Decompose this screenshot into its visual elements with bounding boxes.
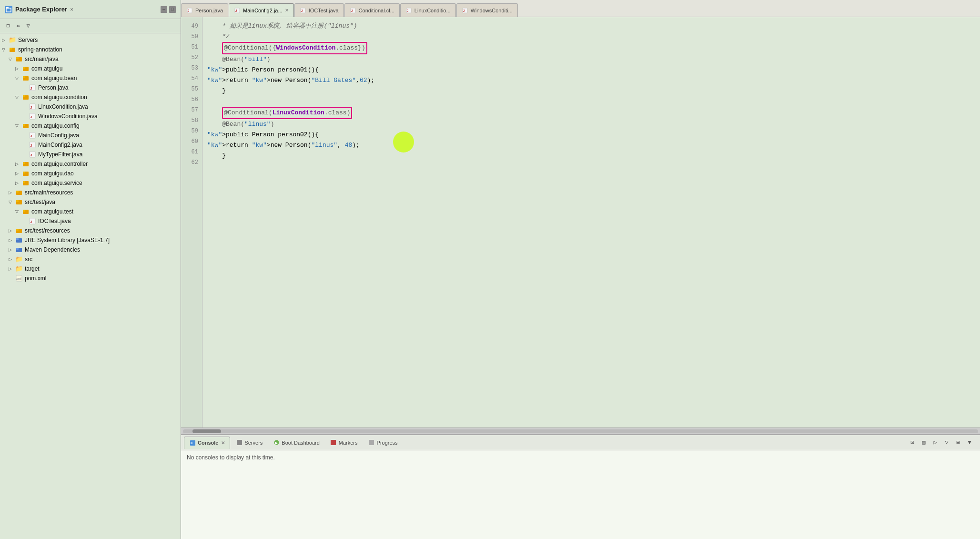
tree-arrow: ▷	[15, 169, 22, 178]
tree-item-main-config[interactable]: JMainConfig.java	[0, 131, 181, 140]
tree-item-src-test-java[interactable]: ▽src/test/java	[0, 197, 181, 207]
tree-item-main-config2[interactable]: JMainConfig2.java	[0, 140, 181, 150]
tree-item-icon	[15, 236, 23, 244]
line-number: 49	[181, 21, 202, 31]
svg-text:▶: ▶	[275, 441, 278, 445]
tree-item-spring-annotation[interactable]: ▽spring-annotation	[0, 45, 181, 54]
boxed-annotation: @Conditional({WindowsCondition.class})	[222, 42, 367, 54]
editor-tab-windowscondition-tab[interactable]: JWindowsConditi...	[456, 3, 518, 17]
tree-item-src-main-resources[interactable]: ▷src/main/resources	[0, 188, 181, 197]
tree-item-pom-xml[interactable]: xmlpom.xml	[0, 274, 181, 283]
tree-item-windows-condition[interactable]: JWindowsCondition.java	[0, 112, 181, 121]
horizontal-scrollbar[interactable]	[181, 427, 980, 434]
svg-text:J: J	[30, 220, 32, 224]
console-tab-console-tab[interactable]: ≡Console✕	[184, 437, 230, 449]
tree-item-com-atguigu-controller[interactable]: ▷com.atguigu.controller	[0, 159, 181, 169]
tree-item-jre-system[interactable]: ▷JRE System Library [JavaSE-1.7]	[0, 235, 181, 245]
tree-item-com-atguigu-dao[interactable]: ▷com.atguigu.dao	[0, 169, 181, 178]
explorer-toolbar: ⊟ ⇔ ▽	[0, 19, 181, 33]
console-tab-icon: ≡	[189, 439, 196, 446]
console-menu-button[interactable]: ▽	[942, 438, 951, 447]
tab-close-button[interactable]: ✕	[285, 8, 289, 13]
tree-item-icon: J	[29, 141, 36, 149]
tree-arrow: ▷	[9, 245, 15, 254]
tree-item-src-test-resources[interactable]: ▷src/test/resources	[0, 226, 181, 235]
svg-rect-33	[16, 191, 19, 193]
tree-item-label: com.atguigu.service	[31, 179, 82, 187]
explorer-tree: ▷📁Servers▽spring-annotation▽src/main/jav…	[0, 33, 181, 539]
console-tab-servers-tab[interactable]: Servers	[231, 437, 267, 449]
view-menu-icon[interactable]: ▽	[24, 22, 32, 31]
open-console-button[interactable]: ⊡	[908, 438, 917, 447]
console-tab-label: Boot Dashboard	[282, 440, 320, 446]
display-selected-button[interactable]: ▤	[919, 438, 929, 447]
editor-tab-mainconfig2-tab[interactable]: JMainConfig2.ja...✕	[229, 3, 294, 17]
tree-item-icon	[22, 93, 30, 101]
tree-item-icon: J	[29, 132, 36, 139]
tree-arrow: ▽	[15, 122, 22, 130]
tree-item-label: Servers	[18, 36, 38, 44]
tree-item-label: LinuxCondition.java	[38, 102, 88, 111]
minimize-button[interactable]: ─	[161, 6, 167, 13]
tree-item-servers[interactable]: ▷📁Servers	[0, 35, 181, 45]
tree-item-com-atguigu-test[interactable]: ▽com.atguigu.test	[0, 207, 181, 216]
console-tab-progress-tab[interactable]: Progress	[364, 437, 403, 449]
tree-item-ioc-test[interactable]: JIOCTest.java	[0, 216, 181, 226]
tree-arrow: ▽	[15, 74, 22, 82]
maximize-button[interactable]: □	[169, 6, 176, 13]
code-editor[interactable]: 4950515253545556575859606162 * 如果是linux系…	[181, 17, 980, 427]
console-tab-label: Servers	[244, 440, 263, 446]
explorer-close-button[interactable]: ✕	[70, 6, 73, 12]
console-tab-label: Console	[198, 440, 218, 446]
tree-item-src[interactable]: ▷📁src	[0, 254, 181, 264]
line-number: 59	[181, 126, 202, 136]
editor-tab-ioctest-tab[interactable]: JIOCTest.java	[294, 3, 344, 17]
console-tab-label: Markers	[339, 440, 358, 446]
svg-rect-5	[16, 57, 19, 59]
console-options-button[interactable]: ⊞	[953, 438, 963, 447]
console-tab-icon	[368, 439, 375, 446]
console-close-button[interactable]: ▼	[965, 438, 974, 447]
svg-text:J: J	[301, 9, 303, 12]
tree-item-my-type-filter[interactable]: JMyTypeFilter.java	[0, 150, 181, 159]
tree-item-target[interactable]: ▷📁target	[0, 264, 181, 274]
code-content[interactable]: * 如果是linux系统, 给容器中注册("linus") */ @Condit…	[202, 17, 980, 427]
tree-arrow: ▷	[9, 188, 15, 197]
console-tab-markers-tab[interactable]: Markers	[325, 437, 363, 449]
console-tab-icon	[236, 439, 242, 446]
tree-item-linux-condition[interactable]: JLinuxCondition.java	[0, 102, 181, 112]
console-tab-bootdash-tab[interactable]: ▶Boot Dashboard	[268, 437, 324, 449]
tree-arrow: ▷	[15, 179, 22, 187]
line-number: 57	[181, 105, 202, 115]
svg-text:J: J	[30, 86, 32, 91]
tab-label: WindowsConditi...	[471, 8, 513, 13]
tree-item-com-atguigu-config[interactable]: ▽com.atguigu.config	[0, 121, 181, 131]
svg-text:J: J	[30, 134, 32, 138]
console-tabs: ≡Console✕Servers▶Boot DashboardMarkersPr…	[181, 435, 980, 450]
tree-item-maven-deps[interactable]: ▷Maven Dependencies	[0, 245, 181, 254]
tree-item-src-main-java[interactable]: ▽src/main/java	[0, 54, 181, 64]
collapse-all-icon[interactable]: ⊟	[4, 22, 12, 31]
pin-console-button[interactable]: ▷	[930, 438, 940, 447]
svg-text:≡: ≡	[191, 441, 193, 446]
tree-item-label: com.atguigu.config	[31, 122, 80, 130]
link-with-editor-icon[interactable]: ⇔	[14, 22, 22, 31]
tab-icon: J	[300, 7, 306, 14]
tree-item-label: spring-annotation	[18, 45, 62, 54]
tree-item-com-atguigu[interactable]: ▷com.atguigu	[0, 64, 181, 73]
editor-tab-conditional-tab[interactable]: JConditional.cl...	[344, 3, 400, 17]
console-tab-close[interactable]: ✕	[221, 440, 225, 446]
tree-item-person-java[interactable]: JPerson.java	[0, 83, 181, 92]
tree-item-icon: 📁	[15, 255, 23, 263]
line-number: 61	[181, 147, 202, 157]
tree-item-com-atguigu-bean[interactable]: ▽com.atguigu.bean	[0, 73, 181, 83]
tree-item-label: com.atguigu.condition	[31, 93, 87, 102]
tree-item-icon	[22, 74, 30, 82]
scroll-thumb[interactable]	[192, 429, 221, 433]
tree-item-com-atguigu-service[interactable]: ▷com.atguigu.service	[0, 178, 181, 188]
tree-item-com-atguigu-condition[interactable]: ▽com.atguigu.condition	[0, 92, 181, 102]
editor-tab-linuxcondition-tab[interactable]: JLinuxConditio...	[400, 3, 456, 17]
editor-tab-person-tab[interactable]: JPerson.java	[181, 3, 228, 17]
tree-arrow: ▽	[9, 198, 15, 206]
line-number: 58	[181, 115, 202, 126]
